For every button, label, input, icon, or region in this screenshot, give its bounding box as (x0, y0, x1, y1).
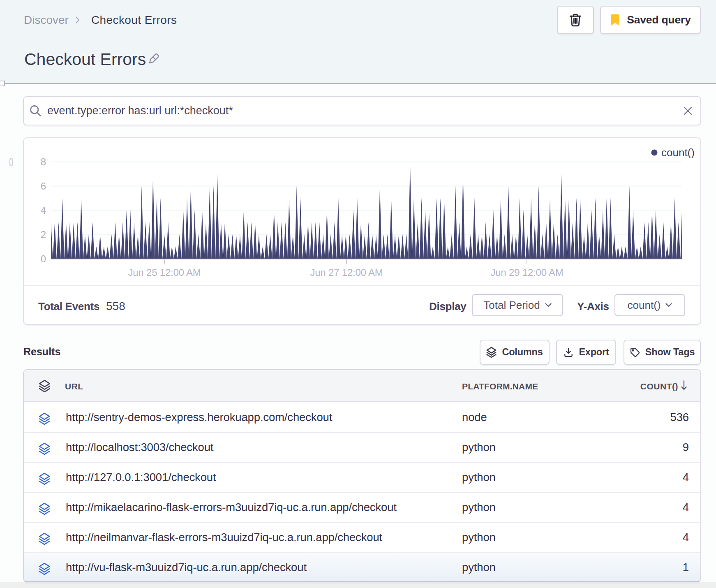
svg-text:0: 0 (41, 253, 46, 264)
svg-text:count(): count() (661, 146, 695, 159)
svg-text:4: 4 (41, 205, 46, 216)
svg-text:6: 6 (41, 181, 46, 192)
svg-text:2: 2 (41, 229, 46, 240)
svg-text:Jun 27 12:00 AM: Jun 27 12:00 AM (310, 267, 383, 278)
svg-text:Jun 29 12:00 AM: Jun 29 12:00 AM (490, 267, 563, 278)
svg-text:8: 8 (41, 156, 46, 167)
svg-text:Jun 25 12:00 AM: Jun 25 12:00 AM (128, 267, 201, 278)
